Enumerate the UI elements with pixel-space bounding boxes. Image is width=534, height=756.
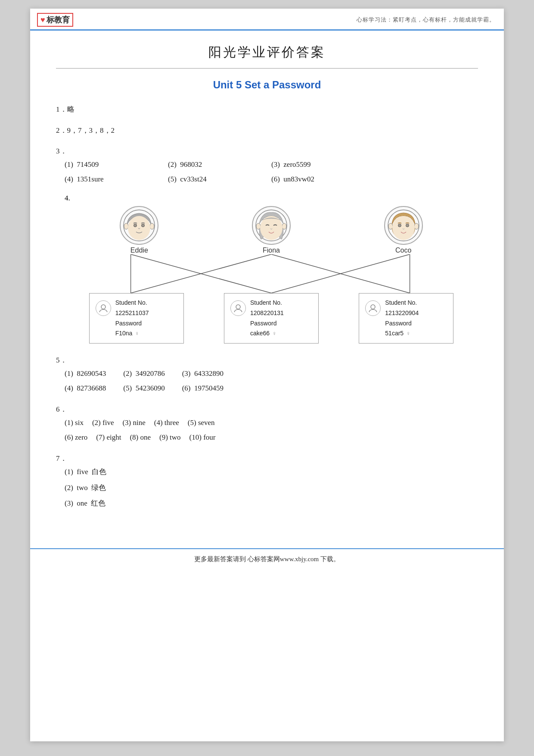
- card-content-3: Student No. 1213220904 Password 51car5 ♀: [385, 298, 419, 339]
- info-card-2: Student No. 1208220131 Password cake66 ♀: [224, 293, 319, 344]
- q6-1: (1) six: [65, 416, 84, 430]
- header: ♥ 标教育 心标学习法：紧盯考点，心有标杆，方能成就学霸。: [30, 9, 504, 31]
- avatar-coco: [384, 206, 423, 245]
- card-icon-3: [365, 300, 381, 316]
- brand-text: 标教育: [47, 15, 70, 25]
- q6-9: (9) two: [159, 431, 181, 444]
- svg-point-6: [135, 225, 136, 226]
- svg-point-19: [407, 225, 407, 226]
- svg-point-14: [414, 223, 419, 229]
- avatar-eddie: [120, 206, 158, 245]
- q3-row1: (1) 714509 (2) 968032 (3) zero5599: [56, 158, 478, 172]
- svg-point-1: [124, 223, 128, 229]
- svg-point-3: [128, 216, 150, 240]
- q5-row1: (1) 82690543 (2) 34920786 (3) 64332890: [56, 367, 478, 381]
- svg-point-26: [101, 305, 106, 309]
- password-val-3: 51car5: [385, 328, 404, 339]
- password-row-2: cake66 ♀: [250, 328, 284, 339]
- svg-point-7: [143, 225, 143, 226]
- q6-label: 6．: [56, 405, 67, 413]
- q6-4: (4) three: [154, 416, 179, 430]
- q3-6: (6) un83vw02: [271, 173, 357, 186]
- card-content-1: Student No. 1225211037 Password F10na ♀: [115, 298, 149, 339]
- password-label-3: Password: [385, 319, 419, 329]
- eye-icon-1: ♀: [135, 329, 139, 338]
- character-coco: Coco: [384, 206, 423, 254]
- q6-3: (3) nine: [122, 416, 145, 430]
- q7-sub1: (1) five 白色: [65, 465, 478, 479]
- svg-point-10: [282, 223, 286, 229]
- footer: 更多最新答案请到 心标答案网www.xbjy.com 下载。: [30, 548, 504, 570]
- q5-3: (3) 64332890: [182, 367, 224, 381]
- q3-row2: (4) 1351sure (5) cv33st24 (6) un83vw02: [56, 173, 478, 186]
- student-no-label-1: Student No.: [115, 298, 149, 308]
- face-svg-eddie: [122, 208, 156, 243]
- characters-row: Eddie: [65, 206, 478, 254]
- svg-point-28: [371, 305, 375, 309]
- title-divider: [56, 68, 478, 69]
- q3-3: (3) zero5599: [271, 158, 357, 172]
- answer-q3: 3． (1) 714509 (2) 968032 (3) zero5599 (4…: [56, 145, 478, 186]
- student-no-val-1: 1225211037: [115, 308, 149, 319]
- coco-name: Coco: [395, 247, 411, 254]
- character-fiona: Fiona: [252, 206, 291, 254]
- q3-2: (2) 968032: [168, 158, 254, 172]
- character-eddie: Eddie: [120, 206, 158, 254]
- answer-q6: 6． (1) six (2) five (3) nine (4) three (…: [56, 403, 478, 444]
- person-icon-3: [368, 303, 378, 313]
- svg-point-18: [399, 225, 400, 226]
- password-val-1: F10na: [115, 328, 133, 339]
- q5-1: (1) 82690543: [65, 367, 106, 381]
- eye-icon-3: ♀: [406, 329, 410, 338]
- lines-svg: [65, 254, 478, 293]
- answer-q7: 7． (1) five 白色 (2) two 绿色 (3) one 红色: [56, 452, 478, 510]
- q5-5: (5) 54236090: [123, 382, 165, 395]
- q7-sub3: (3) one 红色: [65, 497, 478, 510]
- student-no-val-3: 1213220904: [385, 308, 419, 319]
- q3-5: (5) cv33st24: [168, 173, 254, 186]
- student-no-label-3: Student No.: [385, 298, 419, 308]
- student-no-val-2: 1208220131: [250, 308, 284, 319]
- svg-point-2: [150, 223, 154, 229]
- logo-area: ♥ 标教育: [37, 13, 73, 27]
- card-content-2: Student No. 1208220131 Password cake66 ♀: [250, 298, 284, 339]
- q5-4: (4) 82736688: [65, 382, 106, 395]
- q6-row1: (1) six (2) five (3) nine (4) three (5) …: [56, 416, 478, 430]
- password-label-2: Password: [250, 319, 284, 329]
- page: ♥ 标教育 心标学习法：紧盯考点，心有标杆，方能成就学霸。 阳光学业评价答案 U…: [30, 9, 504, 741]
- q5-label: 5．: [56, 356, 67, 364]
- heart-icon: ♥: [40, 16, 45, 25]
- q3-1: (1) 714509: [65, 158, 151, 172]
- footer-text: 更多最新答案请到 心标答案网www.xbjy.com 下载。: [194, 556, 340, 562]
- q6-6: (6) zero: [65, 431, 87, 444]
- q5-row2: (4) 82736688 (5) 54236090 (6) 19750459: [56, 382, 478, 395]
- q7-label: 7．: [56, 454, 67, 462]
- answer-q2: 2．9，7，3，8，2: [56, 124, 478, 137]
- password-row-1: F10na ♀: [115, 328, 149, 339]
- q3-label: 3．: [56, 147, 67, 155]
- eddie-name: Eddie: [130, 247, 148, 254]
- card-icon-1: [96, 300, 111, 316]
- svg-point-27: [236, 305, 240, 309]
- q6-7: (7) eight: [96, 431, 121, 444]
- q1-text: 1．略: [56, 105, 75, 113]
- q2-text: 2．9，7，3，8，2: [56, 126, 115, 134]
- q7-sub2: (2) two 绿色: [65, 481, 478, 495]
- content: 阳光学业评价答案 Unit 5 Set a Password 1．略 2．9，7…: [30, 31, 504, 535]
- avatar-fiona: [252, 206, 291, 245]
- q5-2: (2) 34920786: [123, 367, 165, 381]
- answer-q4: 4.: [56, 194, 478, 344]
- info-card-1: Student No. 1225211037 Password F10na ♀: [89, 293, 184, 344]
- q6-2: (2) five: [92, 416, 114, 430]
- info-card-3: Student No. 1213220904 Password 51car5 ♀: [359, 293, 453, 344]
- face-svg-fiona: [254, 208, 289, 243]
- person-icon-2: [233, 303, 243, 313]
- svg-point-9: [256, 223, 261, 229]
- password-row-3: 51car5 ♀: [385, 328, 419, 339]
- password-label-1: Password: [115, 319, 149, 329]
- logo-box: ♥ 标教育: [37, 13, 73, 27]
- face-svg-coco: [386, 208, 421, 243]
- svg-point-15: [392, 216, 415, 240]
- person-icon-1: [99, 303, 108, 313]
- header-slogan: 心标学习法：紧盯考点，心有标杆，方能成就学霸。: [357, 16, 495, 24]
